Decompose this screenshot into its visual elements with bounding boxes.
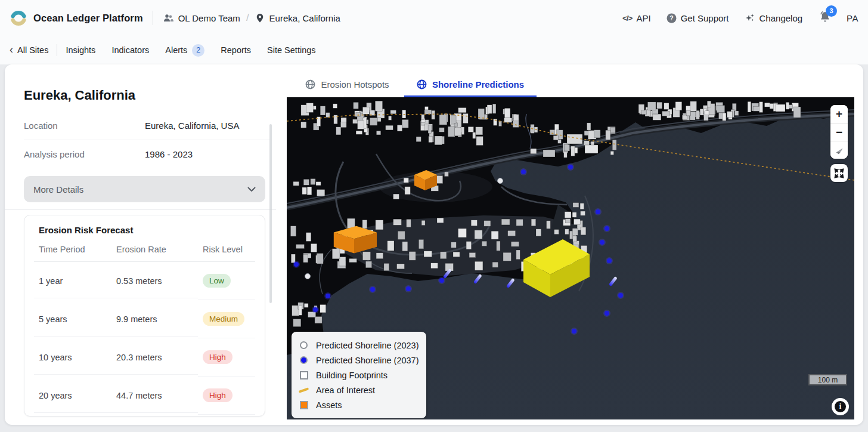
- compass-button[interactable]: [830, 141, 848, 159]
- subnav-divider: [57, 44, 57, 56]
- map-attribution-button[interactable]: i: [832, 398, 849, 415]
- map-section: Erosion Hotspots Shoreline Predictions: [287, 73, 854, 419]
- page-title: Eureka, California: [24, 88, 276, 103]
- notifications-button[interactable]: 3: [819, 11, 831, 26]
- map-legend: Predicted Shoreline (2023)Predicted Shor…: [292, 332, 426, 418]
- map-zoom-controls: + −: [830, 105, 848, 159]
- line-yellow-icon: [299, 389, 309, 391]
- square-outline-icon: [299, 371, 309, 379]
- team-icon: [163, 13, 173, 23]
- erosion-risk-forecast-card: Erosion Risk Forecast Time Period Erosio…: [24, 215, 265, 416]
- risk-badge: Medium: [203, 312, 244, 326]
- legend-label: Predicted Shoreline (2037): [316, 356, 419, 365]
- nav-item-indicators[interactable]: Indicators: [111, 45, 149, 55]
- fullscreen-icon: [834, 168, 844, 178]
- info-icon: i: [835, 401, 846, 412]
- legend-item: Predicted Shoreline (2037): [299, 353, 419, 368]
- nav-item-site-settings[interactable]: Site Settings: [267, 45, 315, 55]
- table-cell-rate: 0.53 meters: [111, 264, 198, 298]
- globe-icon: [417, 79, 427, 90]
- location-field: Location Eureka, California, USA: [24, 112, 270, 140]
- back-all-sites-button[interactable]: ‹ All Sites: [10, 45, 48, 55]
- table-cell-risk: Low: [198, 262, 255, 300]
- forecast-title: Erosion Risk Forecast: [39, 225, 255, 235]
- legend-item: Building Footprints: [299, 368, 419, 382]
- sparkles-icon: [745, 13, 755, 23]
- table-cell-rate: 44.7 meters: [111, 379, 198, 413]
- table-cell-period: 10 years: [34, 341, 111, 375]
- forecast-table: Time Period Erosion Rate Risk Level 1 ye…: [34, 242, 255, 415]
- changelog-link[interactable]: Changelog: [745, 13, 803, 23]
- analysis-period-value: 1986 - 2023: [145, 149, 193, 159]
- team-breadcrumb[interactable]: OL Demo Team: [163, 13, 240, 23]
- compass-icon: [835, 146, 844, 155]
- panel-section-divider: [5, 209, 276, 210]
- table-cell-period: 5 years: [34, 303, 111, 337]
- breadcrumb-separator: /: [246, 12, 249, 24]
- tab-erosion-hotspots[interactable]: Erosion Hotspots: [295, 73, 399, 97]
- legend-label: Area of Interest: [316, 385, 375, 395]
- column-header-risk-level: Risk Level: [198, 242, 255, 262]
- legend-label: Predicted Shoreline (2023): [316, 341, 419, 350]
- table-cell-period: 20 years: [34, 379, 111, 413]
- legend-label: Assets: [316, 400, 342, 410]
- location-pin-icon: [255, 13, 265, 23]
- back-chevron-icon: ‹: [10, 44, 13, 55]
- location-label: Location: [24, 121, 145, 131]
- table-cell-risk: High: [198, 338, 255, 377]
- app-title: Ocean Ledger Platform: [33, 13, 143, 24]
- site-subnav: ‹ All Sites Insights Indicators Alerts 2…: [0, 36, 868, 64]
- map-tabs: Erosion Hotspots Shoreline Predictions: [287, 73, 854, 97]
- tab-shoreline-predictions[interactable]: Shoreline Predictions: [404, 73, 537, 97]
- square-orange-icon: [299, 401, 309, 409]
- analysis-period-label: Analysis period: [24, 149, 145, 159]
- circle-outline-icon: [299, 341, 309, 349]
- notification-count-badge: 3: [826, 5, 837, 17]
- nav-item-insights[interactable]: Insights: [66, 45, 95, 55]
- header-divider: [153, 11, 153, 25]
- site-breadcrumb[interactable]: Eureka, California: [255, 13, 340, 23]
- site-summary-panel: Eureka, California Location Eureka, Cali…: [5, 64, 276, 425]
- chevron-down-icon: [247, 187, 256, 192]
- column-header-erosion-rate: Erosion Rate: [111, 242, 198, 262]
- map-scale-bar: 100 m: [808, 374, 847, 385]
- globe-icon: [305, 79, 315, 90]
- circle-blue-icon: [299, 356, 309, 364]
- site-detail-card: Eureka, California Location Eureka, Cali…: [5, 64, 863, 425]
- fullscreen-button[interactable]: [830, 164, 848, 182]
- table-cell-risk: Medium: [198, 300, 255, 338]
- risk-badge: High: [203, 388, 232, 402]
- app-header: Ocean Ledger Platform OL Demo Team / Eur…: [0, 0, 868, 36]
- ocean-ledger-logo-icon: [10, 9, 27, 27]
- legend-item: Predicted Shoreline (2023): [299, 338, 419, 353]
- table-cell-rate: 9.9 meters: [111, 303, 198, 337]
- legend-label: Building Footprints: [316, 371, 388, 380]
- location-value: Eureka, California, USA: [145, 121, 239, 131]
- table-cell-risk: High: [198, 377, 255, 415]
- risk-badge: High: [203, 350, 232, 364]
- table-cell-rate: 20.3 meters: [111, 341, 198, 375]
- site-name: Eureka, California: [269, 13, 340, 23]
- legend-item: Assets: [299, 397, 419, 412]
- user-avatar[interactable]: PA: [847, 13, 858, 23]
- team-name: OL Demo Team: [178, 13, 240, 23]
- nav-item-alerts[interactable]: Alerts 2: [165, 44, 204, 57]
- get-support-link[interactable]: ? Get Support: [666, 13, 729, 23]
- more-details-button[interactable]: More Details: [24, 176, 265, 202]
- map-viewport: Predicted Shoreline (2023)Predicted Shor…: [287, 97, 854, 419]
- svg-text:?: ?: [669, 14, 673, 21]
- nav-item-reports[interactable]: Reports: [221, 45, 251, 55]
- panel-scrollbar-thumb[interactable]: [269, 124, 272, 303]
- risk-badge: Low: [203, 274, 231, 288]
- column-header-time-period: Time Period: [34, 242, 111, 262]
- api-link[interactable]: </> API: [622, 13, 651, 23]
- analysis-period-field: Analysis period 1986 - 2023: [24, 140, 270, 168]
- code-icon: </>: [622, 14, 633, 23]
- table-cell-period: 1 year: [34, 264, 111, 298]
- zoom-in-button[interactable]: +: [830, 105, 848, 123]
- alerts-count-badge: 2: [192, 44, 204, 57]
- legend-item: Area of Interest: [299, 382, 419, 397]
- help-icon: ?: [666, 13, 677, 23]
- zoom-out-button[interactable]: −: [830, 123, 848, 141]
